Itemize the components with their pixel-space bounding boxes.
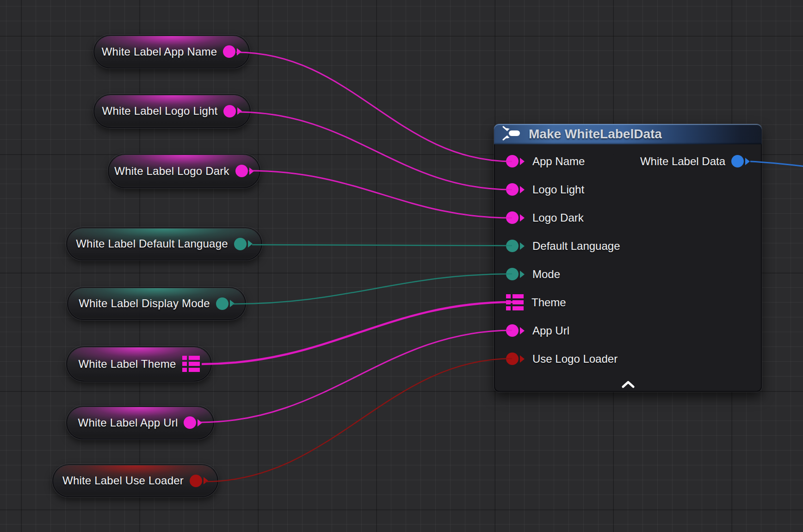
input-pin-icon[interactable] xyxy=(506,353,525,365)
grid-pin-icon[interactable] xyxy=(506,294,524,310)
wire-logo-dark[interactable] xyxy=(249,171,512,218)
node-get-white-label-theme[interactable]: White Label Theme xyxy=(66,346,212,382)
getter-label: White Label App Url xyxy=(78,416,178,429)
node-get-white-label-logo-light[interactable]: White Label Logo Light xyxy=(93,94,251,128)
input-pin-icon[interactable] xyxy=(506,211,525,224)
chevron-up-icon xyxy=(622,381,635,388)
getter-label: White Label Theme xyxy=(78,358,176,371)
pin-row-use-logo-loader: Use Logo Loader xyxy=(494,345,688,373)
node-get-white-label-app-name[interactable]: White Label App Name xyxy=(93,35,250,68)
graph-canvas[interactable]: White Label App Name White Label Logo Li… xyxy=(0,0,803,532)
output-pin-icon[interactable] xyxy=(223,105,242,118)
input-pin-icon[interactable] xyxy=(506,324,525,337)
pin-row-mode: Mode xyxy=(494,260,688,288)
pin-row-app-url: App Url xyxy=(494,316,688,345)
node-get-white-label-use-loader[interactable]: White Label Use Loader xyxy=(52,464,218,497)
getter-label: White Label Logo Light xyxy=(102,105,218,118)
make-node-header[interactable]: Make WhiteLabelData xyxy=(494,124,762,144)
output-pin-icon[interactable] xyxy=(190,475,208,487)
pin-label: Use Logo Loader xyxy=(532,353,618,365)
input-pin-icon[interactable] xyxy=(506,155,525,167)
output-pin-icon[interactable] xyxy=(223,45,241,58)
pin-label: Default Language xyxy=(532,240,620,253)
pin-label: White Label Data xyxy=(640,155,725,168)
output-pin-icon[interactable] xyxy=(731,155,750,167)
node-get-white-label-default-language[interactable]: White Label Default Language xyxy=(66,227,262,260)
pin-row-white-label-data: White Label Data xyxy=(640,147,762,175)
node-make-whitelabeldata[interactable]: Make WhiteLabelData App Name Logo Light … xyxy=(494,124,762,392)
make-node-title: Make WhiteLabelData xyxy=(529,127,662,142)
pin-label: Mode xyxy=(532,268,560,281)
wire-theme[interactable] xyxy=(202,302,513,364)
output-pin-icon[interactable] xyxy=(235,165,254,177)
wire-use-loader[interactable] xyxy=(205,359,512,482)
pin-label: Theme xyxy=(531,296,566,309)
wire-display-mode[interactable] xyxy=(232,274,512,304)
input-pin-icon[interactable] xyxy=(506,268,525,280)
input-pin-icon[interactable] xyxy=(506,240,525,252)
pin-row-theme: Theme xyxy=(494,288,688,316)
input-pin-icon[interactable] xyxy=(506,183,525,196)
collapse-chevron-button[interactable] xyxy=(620,380,636,389)
wire-logo-light[interactable] xyxy=(237,112,512,190)
node-get-white-label-logo-dark[interactable]: White Label Logo Dark xyxy=(108,154,260,188)
output-pin-icon[interactable] xyxy=(234,238,253,250)
getter-label: White Label Display Mode xyxy=(79,297,210,310)
pin-label: App Name xyxy=(532,155,585,168)
pin-row-logo-dark: Logo Dark xyxy=(494,204,688,232)
input-pins: App Name Logo Light Logo Dark Default La… xyxy=(494,147,688,373)
pin-row-logo-light: Logo Light xyxy=(494,175,688,204)
getter-label: White Label Default Language xyxy=(76,237,228,250)
pin-label: Logo Light xyxy=(532,183,584,196)
wire-app-url[interactable] xyxy=(200,330,512,422)
getter-label: White Label Use Loader xyxy=(62,474,184,487)
output-pin-icon[interactable] xyxy=(184,416,202,429)
make-struct-icon xyxy=(502,125,521,143)
getter-label: White Label App Name xyxy=(102,45,217,58)
grid-pin-icon[interactable] xyxy=(182,356,200,372)
wire-default-language[interactable] xyxy=(252,245,512,246)
pin-row-default-language: Default Language xyxy=(494,232,688,260)
wire-app-name[interactable] xyxy=(236,52,512,161)
pin-label: Logo Dark xyxy=(532,211,584,224)
getter-label: White Label Logo Dark xyxy=(114,165,229,178)
node-get-white-label-display-mode[interactable]: White Label Display Mode xyxy=(67,287,246,320)
pin-label: App Url xyxy=(532,324,569,337)
node-get-white-label-app-url[interactable]: White Label App Url xyxy=(66,406,214,439)
output-pin-icon[interactable] xyxy=(216,297,235,310)
